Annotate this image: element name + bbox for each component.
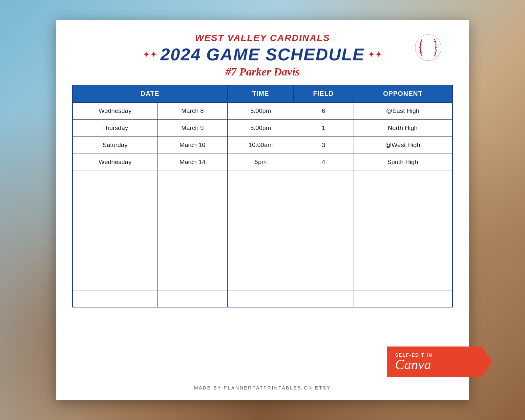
cell-opponent: South High (353, 154, 452, 171)
table-row (73, 239, 452, 256)
table-row (73, 205, 452, 222)
cell-day (73, 273, 158, 290)
header-time: TIME (227, 85, 294, 102)
cell-opponent (353, 239, 452, 256)
cell-day (73, 290, 158, 307)
cell-date (158, 171, 227, 188)
cell-opponent (353, 171, 452, 188)
cell-day (73, 188, 158, 205)
table-row: WednesdayMarch 145pm4South High (73, 154, 452, 171)
cell-time: 5pm (227, 154, 294, 171)
cell-day: Wednesday (73, 102, 158, 119)
cell-field (294, 171, 353, 188)
table-row (73, 290, 452, 307)
title-row: ✦✦ 2024 Game Schedule ✦✦ (72, 45, 453, 64)
cell-date: March 14 (158, 154, 227, 171)
team-name: West Valley Cardinals (72, 33, 453, 43)
schedule-body: WednesdayMarch 85:00pm6@East HighThursda… (73, 102, 452, 307)
cell-opponent (353, 188, 452, 205)
sparkle-left: ✦✦ (143, 50, 157, 60)
canva-ribbon: SELF-EDIT IN Canva (387, 346, 492, 377)
cell-day (73, 256, 158, 273)
cell-day: Thursday (73, 119, 158, 136)
cell-day (73, 239, 158, 256)
table-row (73, 188, 452, 205)
cell-field (294, 239, 353, 256)
cell-opponent (353, 290, 452, 307)
schedule-table: DATE TIME FIELD OPPONENT WednesdayMarch … (72, 85, 453, 307)
sparkle-right: ✦✦ (368, 50, 382, 60)
cell-day (73, 171, 158, 188)
cell-day (73, 222, 158, 239)
cell-date: March 8 (158, 102, 227, 119)
cell-opponent (353, 205, 452, 222)
table-row (73, 256, 452, 273)
cell-opponent: North High (353, 119, 452, 136)
header-date: DATE (73, 85, 227, 102)
cell-time (227, 171, 294, 188)
cell-field (294, 273, 353, 290)
cell-day: Wednesday (73, 154, 158, 171)
table-row (73, 171, 452, 188)
cell-time (227, 205, 294, 222)
cell-field: 3 (294, 136, 353, 154)
cell-time (227, 222, 294, 239)
cell-time (227, 239, 294, 256)
player-name: #7 Parker Davis (72, 66, 453, 78)
header-field: FIELD (294, 85, 353, 102)
footer-text: MADE BY PLANNERPATPRINTABLES ON ETSY (194, 385, 331, 390)
cell-time (227, 290, 294, 307)
cell-date (158, 222, 227, 239)
cell-opponent: @East High (353, 102, 452, 119)
canva-label: Canva (395, 358, 476, 371)
schedule-table-wrapper: DATE TIME FIELD OPPONENT WednesdayMarch … (72, 85, 453, 380)
cell-date: March 9 (158, 119, 227, 136)
header: West Valley Cardinals ✦✦ 2024 Game Sched… (72, 33, 453, 78)
cell-field: 6 (294, 102, 353, 119)
canva-banner: SELF-EDIT IN Canva (387, 346, 492, 377)
cell-date (158, 290, 227, 307)
table-row: SaturdayMarch 1010:00am3@West High (73, 136, 452, 154)
cell-field (294, 222, 353, 239)
table-row (73, 222, 452, 239)
cell-opponent (353, 273, 452, 290)
cell-time (227, 273, 294, 290)
cell-field (294, 290, 353, 307)
cell-opponent (353, 256, 452, 273)
cell-date (158, 205, 227, 222)
cell-field (294, 205, 353, 222)
cell-day: Saturday (73, 136, 158, 154)
cell-field (294, 256, 353, 273)
cell-date (158, 239, 227, 256)
cell-time (227, 188, 294, 205)
cell-time: 5:00pm (227, 119, 294, 136)
cell-date (158, 273, 227, 290)
main-card: West Valley Cardinals ✦✦ 2024 Game Sched… (56, 20, 469, 400)
table-row: ThursdayMarch 95:00pm1North High (73, 119, 452, 136)
table-row: WednesdayMarch 85:00pm6@East High (73, 102, 452, 119)
cell-date: March 10 (158, 136, 227, 154)
cell-day (73, 205, 158, 222)
svg-point-0 (415, 34, 441, 60)
cell-field: 4 (294, 154, 353, 171)
baseball-icon (413, 33, 443, 62)
cell-date (158, 256, 227, 273)
cell-time: 10:00am (227, 136, 294, 154)
schedule-title: 2024 Game Schedule (160, 45, 365, 64)
cell-field: 1 (294, 119, 353, 136)
table-header-row: DATE TIME FIELD OPPONENT (73, 85, 452, 102)
cell-field (294, 188, 353, 205)
cell-opponent: @West High (353, 136, 452, 154)
cell-time: 5:00pm (227, 102, 294, 119)
cell-opponent (353, 222, 452, 239)
cell-time (227, 256, 294, 273)
header-opponent: OPPONENT (353, 85, 452, 102)
cell-date (158, 188, 227, 205)
table-row (73, 273, 452, 290)
